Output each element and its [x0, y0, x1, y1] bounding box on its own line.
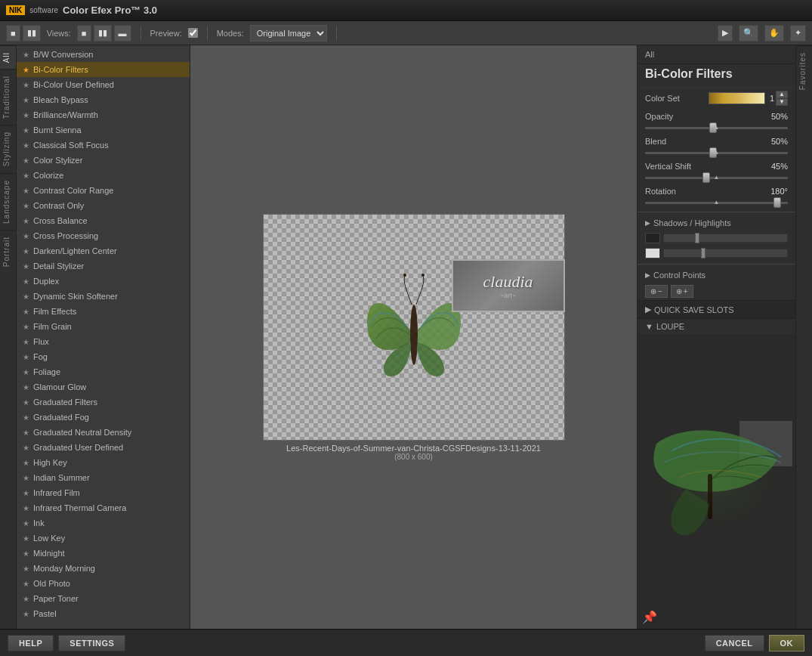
minus-icon: − — [658, 287, 662, 296]
side-tab-portrait[interactable]: Portrait — [0, 230, 16, 273]
side-tab-stylizing[interactable]: Stylizing — [0, 125, 16, 172]
filter-item[interactable]: ★Graduated Fog — [17, 410, 190, 425]
color-set-spinner[interactable]: ▲ ▼ — [776, 91, 788, 106]
filter-item[interactable]: ★Monday Morning — [17, 561, 190, 576]
filter-item[interactable]: ★B/W Conversion — [17, 47, 190, 62]
filter-item[interactable]: ★Detail Stylizer — [17, 258, 190, 274]
filter-item[interactable]: ★Foliage — [17, 364, 190, 379]
side-tab-traditional[interactable]: Traditional — [0, 69, 16, 125]
filter-item[interactable]: ★Cross Balance — [17, 213, 190, 228]
zoom-in-btn[interactable]: 🔍 — [739, 25, 758, 42]
loupe-pin-btn[interactable]: 📌 — [642, 610, 657, 624]
filter-item[interactable]: ★Bi-Color User Defined — [17, 77, 190, 92]
control-points-header[interactable]: ▶ Control Points — [638, 268, 795, 283]
brand-label: software — [29, 6, 58, 14]
shadow-slider-thumb[interactable] — [695, 233, 699, 243]
side-tab-all[interactable]: All — [0, 45, 16, 69]
filter-item[interactable]: ★Cross Processing — [17, 228, 190, 243]
filter-item[interactable]: ★Film Grain — [17, 319, 190, 334]
filter-item[interactable]: ★Pastel — [17, 606, 190, 621]
filter-item[interactable]: ★High Key — [17, 455, 190, 470]
filter-list: ★B/W Conversion ★Bi-Color Filters ★Bi-Co… — [17, 45, 190, 629]
blend-row: Blend 50% — [638, 134, 795, 149]
vertical-shift-slider-track[interactable]: ▲ — [645, 177, 788, 179]
filter-item[interactable]: ★Contrast Only — [17, 198, 190, 213]
filter-item[interactable]: ★Graduated Filters — [17, 395, 190, 410]
filter-item[interactable]: ★Paper Toner — [17, 591, 190, 606]
zoom-out-btn[interactable]: ✋ — [764, 25, 784, 42]
help-button[interactable]: HELP — [8, 635, 54, 651]
filter-item[interactable]: ★Infrared Film — [17, 485, 190, 500]
view-split-btn[interactable]: ▮▮ — [23, 25, 41, 42]
filter-item[interactable]: ★Color Stylizer — [17, 153, 190, 168]
side-tab-landscape[interactable]: Landscape — [0, 173, 16, 230]
star-icon: ★ — [23, 66, 29, 74]
filter-item[interactable]: ★Indian Summer — [17, 470, 190, 485]
opacity-slider-track[interactable]: ▲ — [645, 127, 788, 129]
rotation-label: Rotation — [645, 187, 705, 196]
star-icon: ★ — [23, 549, 29, 558]
nik-logo: NIK — [6, 5, 25, 15]
filter-item-active[interactable]: ★Bi-Color Filters — [17, 62, 190, 77]
filter-item[interactable]: ★Colorize — [17, 168, 190, 183]
filter-item[interactable]: ★Ink — [17, 515, 190, 531]
preview-checkbox[interactable] — [188, 28, 198, 38]
settings-button[interactable]: SETTINGS — [58, 635, 125, 651]
plus-icon: + — [684, 287, 688, 296]
rotation-slider-thumb[interactable] — [773, 197, 781, 208]
bottom-bar: HELP SETTINGS CANCEL OK — [0, 629, 812, 656]
color-set-label: Color Set — [645, 94, 705, 103]
shadow-slider[interactable] — [663, 234, 788, 243]
loupe-header[interactable]: ▼ LOUPE — [638, 319, 795, 334]
sep-2 — [207, 26, 208, 41]
rotation-center-marker: ▲ — [714, 199, 720, 206]
filter-item[interactable]: ★Graduated User Defined — [17, 440, 190, 455]
highlight-slider-thumb[interactable] — [701, 248, 705, 258]
zoom-fit-btn[interactable]: ▶ — [718, 25, 733, 42]
blend-slider-track[interactable]: ▲ — [645, 152, 788, 154]
star-icon: ★ — [23, 338, 29, 346]
filter-item[interactable]: ★Glamour Glow — [17, 379, 190, 395]
view-buttons: ■ ▮▮ — [6, 25, 41, 42]
spinner-down-btn[interactable]: ▼ — [776, 98, 788, 106]
filter-item[interactable]: ★Dynamic Skin Softener — [17, 289, 190, 304]
filter-item[interactable]: ★Low Key — [17, 531, 190, 546]
filter-item[interactable]: ★Film Effects — [17, 304, 190, 319]
rotation-slider-track[interactable]: ▲ — [645, 202, 788, 204]
zoom-reset-btn[interactable]: ✦ — [790, 25, 806, 42]
view-single-btn[interactable]: ■ — [6, 25, 20, 42]
color-set-bar[interactable] — [709, 92, 765, 104]
view-mode-1-btn[interactable]: ■ — [77, 25, 91, 42]
filter-item[interactable]: ★Old Photo — [17, 576, 190, 591]
filter-item[interactable]: ★Midnight — [17, 546, 190, 561]
ok-button[interactable]: OK — [769, 635, 805, 651]
filter-item[interactable]: ★Infrared Thermal Camera — [17, 500, 190, 515]
filter-item[interactable]: ★Flux — [17, 334, 190, 349]
filter-item[interactable]: ★Bleach Bypass — [17, 92, 190, 107]
remove-control-point-btn[interactable]: ⊕ + — [671, 285, 693, 298]
quick-save-header[interactable]: ▶ QUICK SAVE SLOTS — [638, 300, 795, 319]
filter-item[interactable]: ★Graduated Neutral Density — [17, 425, 190, 440]
filter-item[interactable]: ★Darken/Lighten Center — [17, 243, 190, 258]
cancel-button[interactable]: CANCEL — [705, 635, 764, 651]
view-mode-3-btn[interactable]: ▬ — [114, 25, 131, 42]
view-mode-2-btn[interactable]: ▮▮ — [94, 25, 112, 42]
filter-item[interactable]: ★Contrast Color Range — [17, 183, 190, 198]
shadows-highlights-header[interactable]: ▶ Shadows / Highlights — [638, 215, 795, 231]
star-icon: ★ — [23, 444, 29, 452]
opacity-row: Opacity 50% — [638, 109, 795, 124]
vertical-shift-slider-thumb[interactable] — [702, 172, 710, 183]
spinner-up-btn[interactable]: ▲ — [776, 91, 788, 98]
filter-item[interactable]: ★Burnt Sienna — [17, 122, 190, 138]
filter-item[interactable]: ★Fog — [17, 349, 190, 364]
filter-item[interactable]: ★Duplex — [17, 274, 190, 289]
filter-item[interactable]: ★Classical Soft Focus — [17, 138, 190, 153]
side-tab-favorites[interactable]: Favorites — [796, 45, 812, 96]
modes-label: Modes: — [217, 29, 244, 38]
expand-arrow-icon: ▶ — [645, 271, 650, 279]
filter-item[interactable]: ★Brilliance/Warmth — [17, 107, 190, 122]
star-icon: ★ — [23, 489, 29, 497]
highlight-slider[interactable] — [663, 249, 788, 258]
add-control-point-btn[interactable]: ⊕ − — [645, 285, 668, 298]
modes-select[interactable]: Original Image — [250, 25, 327, 42]
